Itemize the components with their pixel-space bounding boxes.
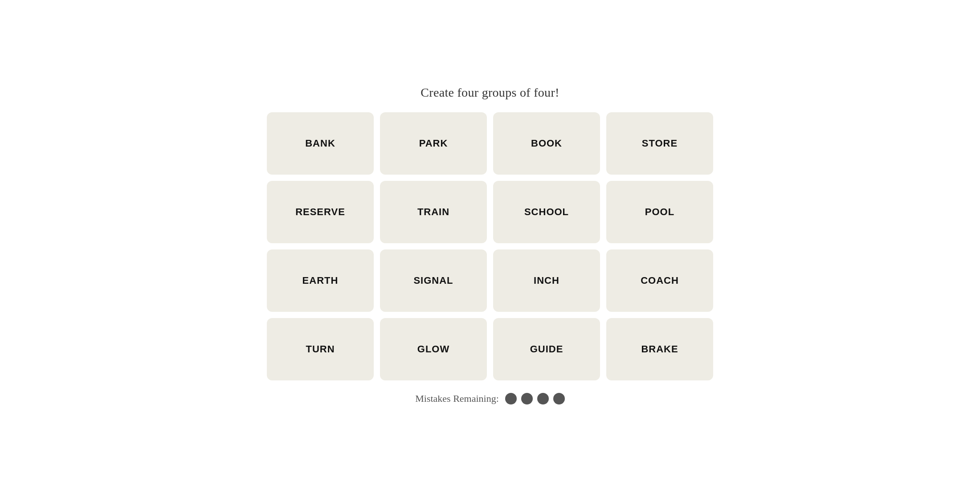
mistake-dot-3 xyxy=(537,393,549,404)
tile-reserve[interactable]: RESERVE xyxy=(267,181,374,243)
tile-brake[interactable]: BRAKE xyxy=(606,318,713,380)
tile-train[interactable]: TRAIN xyxy=(380,181,487,243)
tile-guide[interactable]: GUIDE xyxy=(493,318,600,380)
tile-label-reserve: RESERVE xyxy=(295,206,345,218)
mistakes-area: Mistakes Remaining: xyxy=(415,393,565,404)
tile-inch[interactable]: INCH xyxy=(493,249,600,312)
tile-label-bank: BANK xyxy=(305,138,335,149)
tile-turn[interactable]: TURN xyxy=(267,318,374,380)
tile-pool[interactable]: POOL xyxy=(606,181,713,243)
mistake-dot-1 xyxy=(505,393,517,404)
tile-earth[interactable]: EARTH xyxy=(267,249,374,312)
tile-label-book: BOOK xyxy=(531,138,562,149)
mistakes-dots xyxy=(505,393,565,404)
tile-label-park: PARK xyxy=(419,138,448,149)
tile-label-school: SCHOOL xyxy=(524,206,569,218)
tile-glow[interactable]: GLOW xyxy=(380,318,487,380)
word-grid: BANKPARKBOOKSTORERESERVETRAINSCHOOLPOOLE… xyxy=(267,112,713,380)
subtitle: Create four groups of four! xyxy=(421,86,559,100)
tile-label-earth: EARTH xyxy=(302,275,339,286)
tile-label-coach: COACH xyxy=(641,275,679,286)
tile-signal[interactable]: SIGNAL xyxy=(380,249,487,312)
mistake-dot-2 xyxy=(521,393,533,404)
tile-label-pool: POOL xyxy=(645,206,674,218)
tile-label-train: TRAIN xyxy=(417,206,449,218)
tile-book[interactable]: BOOK xyxy=(493,112,600,175)
tile-label-guide: GUIDE xyxy=(530,343,564,355)
tile-label-store: STORE xyxy=(642,138,678,149)
tile-label-turn: TURN xyxy=(306,343,335,355)
tile-store[interactable]: STORE xyxy=(606,112,713,175)
tile-coach[interactable]: COACH xyxy=(606,249,713,312)
tile-park[interactable]: PARK xyxy=(380,112,487,175)
tile-label-brake: BRAKE xyxy=(641,343,678,355)
tile-label-signal: SIGNAL xyxy=(413,275,453,286)
tile-label-glow: GLOW xyxy=(417,343,449,355)
mistakes-label: Mistakes Remaining: xyxy=(415,393,499,404)
tile-bank[interactable]: BANK xyxy=(267,112,374,175)
tile-school[interactable]: SCHOOL xyxy=(493,181,600,243)
game-container: Create four groups of four! BANKPARKBOOK… xyxy=(245,86,735,404)
mistake-dot-4 xyxy=(553,393,565,404)
tile-label-inch: INCH xyxy=(534,275,559,286)
